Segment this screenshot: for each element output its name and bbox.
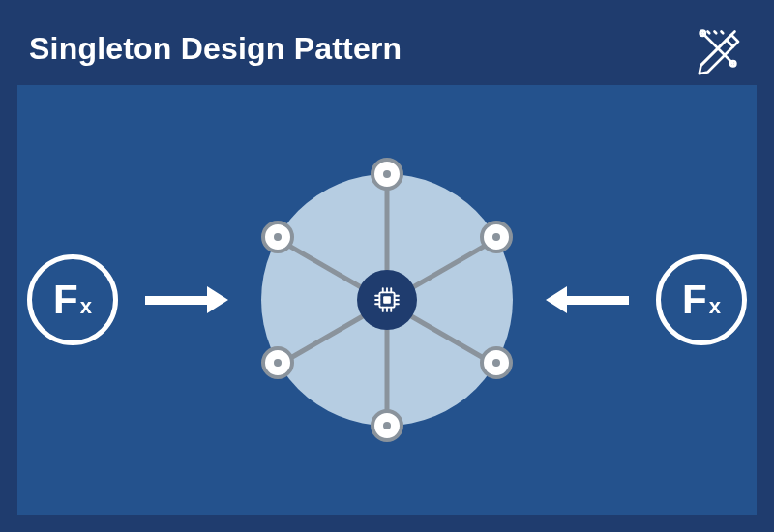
fx-main: F bbox=[682, 280, 707, 320]
hub-circle bbox=[261, 174, 513, 426]
function-badge-right: F x bbox=[656, 254, 747, 345]
hub-node bbox=[371, 158, 403, 191]
svg-rect-3 bbox=[383, 296, 391, 304]
hub-node bbox=[480, 346, 513, 379]
design-tools-icon bbox=[691, 21, 745, 75]
hub-node bbox=[261, 346, 294, 379]
hub-node bbox=[261, 221, 294, 253]
fx-main: F bbox=[53, 280, 78, 320]
header: Singleton Design Pattern bbox=[0, 0, 774, 93]
diagram-canvas: F x F x bbox=[17, 85, 757, 515]
arrow-right-icon bbox=[145, 286, 228, 313]
cpu-chip-icon bbox=[357, 270, 417, 330]
function-badge-left: F x bbox=[27, 254, 118, 345]
fx-sub: x bbox=[709, 294, 721, 319]
fx-sub: x bbox=[80, 294, 92, 319]
hub-node bbox=[480, 221, 513, 253]
page-title: Singleton Design Pattern bbox=[29, 31, 402, 67]
hub-node bbox=[371, 409, 403, 442]
arrow-left-icon bbox=[546, 286, 629, 313]
singleton-diagram: F x F x bbox=[17, 85, 757, 515]
